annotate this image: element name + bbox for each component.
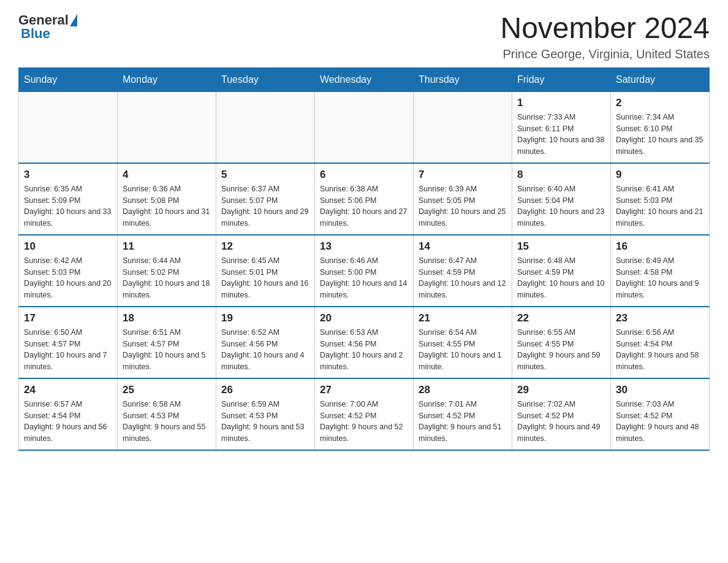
day-cell: 19Sunrise: 6:52 AM Sunset: 4:56 PM Dayli… <box>216 307 315 378</box>
day-cell: 21Sunrise: 6:54 AM Sunset: 4:55 PM Dayli… <box>414 307 512 378</box>
day-number: 16 <box>616 240 704 253</box>
day-cell: 26Sunrise: 6:59 AM Sunset: 4:53 PM Dayli… <box>216 378 315 450</box>
day-cell: 22Sunrise: 6:55 AM Sunset: 4:55 PM Dayli… <box>512 307 611 378</box>
day-info: Sunrise: 6:36 AM Sunset: 5:08 PM Dayligh… <box>123 183 211 229</box>
day-cell: 24Sunrise: 6:57 AM Sunset: 4:54 PM Dayli… <box>19 378 118 450</box>
day-number: 2 <box>616 97 704 109</box>
day-number: 24 <box>24 384 112 396</box>
day-number: 20 <box>320 312 408 324</box>
day-info: Sunrise: 6:53 AM Sunset: 4:56 PM Dayligh… <box>320 327 408 373</box>
day-number: 26 <box>221 384 309 396</box>
week-row-2: 3Sunrise: 6:35 AM Sunset: 5:09 PM Daylig… <box>19 163 710 235</box>
day-cell: 6Sunrise: 6:38 AM Sunset: 5:06 PM Daylig… <box>315 163 414 235</box>
day-info: Sunrise: 6:57 AM Sunset: 4:54 PM Dayligh… <box>24 399 112 445</box>
logo-blue-text: Blue <box>21 26 50 42</box>
day-info: Sunrise: 7:03 AM Sunset: 4:52 PM Dayligh… <box>616 399 704 445</box>
day-number: 15 <box>517 240 605 253</box>
day-info: Sunrise: 6:37 AM Sunset: 5:07 PM Dayligh… <box>221 183 309 229</box>
day-number: 11 <box>123 240 211 253</box>
day-number: 13 <box>320 240 408 253</box>
day-number: 25 <box>123 384 211 396</box>
day-cell <box>19 91 118 163</box>
day-cell: 28Sunrise: 7:01 AM Sunset: 4:52 PM Dayli… <box>414 378 512 450</box>
day-number: 14 <box>419 240 507 253</box>
day-number: 8 <box>517 169 605 181</box>
week-row-5: 24Sunrise: 6:57 AM Sunset: 4:54 PM Dayli… <box>19 378 710 450</box>
weekday-header-saturday: Saturday <box>611 67 710 91</box>
day-number: 21 <box>419 312 507 324</box>
day-info: Sunrise: 6:50 AM Sunset: 4:57 PM Dayligh… <box>24 327 112 373</box>
week-row-1: 1Sunrise: 7:33 AM Sunset: 6:11 PM Daylig… <box>19 91 710 163</box>
day-info: Sunrise: 6:48 AM Sunset: 4:59 PM Dayligh… <box>517 255 605 301</box>
day-info: Sunrise: 7:01 AM Sunset: 4:52 PM Dayligh… <box>419 399 507 445</box>
day-number: 3 <box>24 169 112 181</box>
day-number: 27 <box>320 384 408 396</box>
day-cell: 9Sunrise: 6:41 AM Sunset: 5:03 PM Daylig… <box>611 163 710 235</box>
day-cell: 8Sunrise: 6:40 AM Sunset: 5:04 PM Daylig… <box>512 163 611 235</box>
day-number: 22 <box>517 312 605 324</box>
day-cell <box>414 91 512 163</box>
day-cell: 11Sunrise: 6:44 AM Sunset: 5:02 PM Dayli… <box>118 235 216 307</box>
day-number: 4 <box>123 169 211 181</box>
day-cell: 17Sunrise: 6:50 AM Sunset: 4:57 PM Dayli… <box>19 307 118 378</box>
day-cell <box>315 91 414 163</box>
day-info: Sunrise: 6:40 AM Sunset: 5:04 PM Dayligh… <box>517 183 605 229</box>
day-info: Sunrise: 6:45 AM Sunset: 5:01 PM Dayligh… <box>221 255 309 301</box>
weekday-header-sunday: Sunday <box>19 67 118 91</box>
day-number: 9 <box>616 169 704 181</box>
day-cell <box>118 91 216 163</box>
day-info: Sunrise: 6:58 AM Sunset: 4:53 PM Dayligh… <box>123 399 211 445</box>
day-number: 7 <box>419 169 507 181</box>
day-cell <box>216 91 315 163</box>
day-number: 17 <box>24 312 112 324</box>
day-number: 1 <box>517 97 605 109</box>
month-title: November 2024 <box>500 12 710 45</box>
day-cell: 2Sunrise: 7:34 AM Sunset: 6:10 PM Daylig… <box>611 91 710 163</box>
day-info: Sunrise: 6:52 AM Sunset: 4:56 PM Dayligh… <box>221 327 309 373</box>
day-number: 28 <box>419 384 507 396</box>
day-info: Sunrise: 6:51 AM Sunset: 4:57 PM Dayligh… <box>123 327 211 373</box>
weekday-header-tuesday: Tuesday <box>216 67 315 91</box>
day-number: 18 <box>123 312 211 324</box>
day-number: 23 <box>616 312 704 324</box>
day-cell: 20Sunrise: 6:53 AM Sunset: 4:56 PM Dayli… <box>315 307 414 378</box>
day-cell: 10Sunrise: 6:42 AM Sunset: 5:03 PM Dayli… <box>19 235 118 307</box>
day-cell: 18Sunrise: 6:51 AM Sunset: 4:57 PM Dayli… <box>118 307 216 378</box>
day-info: Sunrise: 6:39 AM Sunset: 5:05 PM Dayligh… <box>419 183 507 229</box>
day-info: Sunrise: 6:54 AM Sunset: 4:55 PM Dayligh… <box>419 327 507 373</box>
day-info: Sunrise: 6:56 AM Sunset: 4:54 PM Dayligh… <box>616 327 704 373</box>
day-info: Sunrise: 6:55 AM Sunset: 4:55 PM Dayligh… <box>517 327 605 373</box>
weekday-header-row: SundayMondayTuesdayWednesdayThursdayFrid… <box>19 67 710 91</box>
weekday-header-wednesday: Wednesday <box>315 67 414 91</box>
day-number: 29 <box>517 384 605 396</box>
week-row-3: 10Sunrise: 6:42 AM Sunset: 5:03 PM Dayli… <box>19 235 710 307</box>
day-cell: 14Sunrise: 6:47 AM Sunset: 4:59 PM Dayli… <box>414 235 512 307</box>
weekday-header-monday: Monday <box>118 67 216 91</box>
day-cell: 7Sunrise: 6:39 AM Sunset: 5:05 PM Daylig… <box>414 163 512 235</box>
day-info: Sunrise: 6:42 AM Sunset: 5:03 PM Dayligh… <box>24 255 112 301</box>
day-info: Sunrise: 7:00 AM Sunset: 4:52 PM Dayligh… <box>320 399 408 445</box>
day-info: Sunrise: 7:33 AM Sunset: 6:11 PM Dayligh… <box>517 112 605 158</box>
day-info: Sunrise: 6:59 AM Sunset: 4:53 PM Dayligh… <box>221 399 309 445</box>
title-block: November 2024 Prince George, Virginia, U… <box>500 12 710 61</box>
weekday-header-friday: Friday <box>512 67 611 91</box>
day-info: Sunrise: 6:44 AM Sunset: 5:02 PM Dayligh… <box>123 255 211 301</box>
day-cell: 1Sunrise: 7:33 AM Sunset: 6:11 PM Daylig… <box>512 91 611 163</box>
page-header: General Blue November 2024 Prince George… <box>18 12 710 61</box>
day-cell: 15Sunrise: 6:48 AM Sunset: 4:59 PM Dayli… <box>512 235 611 307</box>
day-cell: 5Sunrise: 6:37 AM Sunset: 5:07 PM Daylig… <box>216 163 315 235</box>
day-cell: 29Sunrise: 7:02 AM Sunset: 4:52 PM Dayli… <box>512 378 611 450</box>
weekday-header-thursday: Thursday <box>414 67 512 91</box>
day-info: Sunrise: 6:38 AM Sunset: 5:06 PM Dayligh… <box>320 183 408 229</box>
day-number: 12 <box>221 240 309 253</box>
location-subtitle: Prince George, Virginia, United States <box>500 47 710 61</box>
day-cell: 13Sunrise: 6:46 AM Sunset: 5:00 PM Dayli… <box>315 235 414 307</box>
day-number: 30 <box>616 384 704 396</box>
day-info: Sunrise: 6:41 AM Sunset: 5:03 PM Dayligh… <box>616 183 704 229</box>
day-number: 5 <box>221 169 309 181</box>
day-cell: 30Sunrise: 7:03 AM Sunset: 4:52 PM Dayli… <box>611 378 710 450</box>
day-cell: 23Sunrise: 6:56 AM Sunset: 4:54 PM Dayli… <box>611 307 710 378</box>
day-cell: 12Sunrise: 6:45 AM Sunset: 5:01 PM Dayli… <box>216 235 315 307</box>
week-row-4: 17Sunrise: 6:50 AM Sunset: 4:57 PM Dayli… <box>19 307 710 378</box>
day-info: Sunrise: 7:02 AM Sunset: 4:52 PM Dayligh… <box>517 399 605 445</box>
